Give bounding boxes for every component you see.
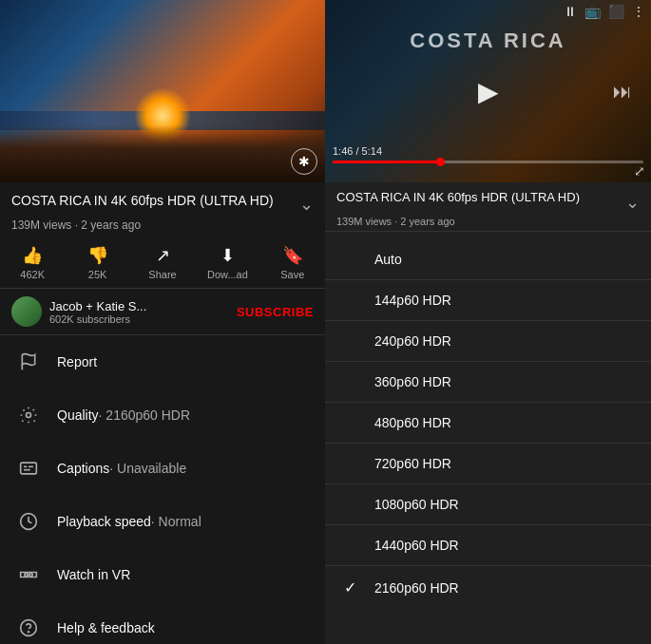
menu-captions-label: Captions· Unavailable [57,461,186,476]
quality-option-label: 360p60 HDR [374,374,451,389]
quality-item[interactable]: Auto [325,239,651,279]
svg-point-7 [25,573,28,576]
progress-fill [333,161,441,163]
quality-item[interactable]: ✓2160p60 HDR [325,566,651,609]
save-icon: 🔖 [282,245,303,266]
video-overlay-title: COSTA RICA [325,28,651,53]
subscribe-button[interactable]: SUBSCRIBE [237,305,314,319]
menu-item-captions[interactable]: Captions· Unavailable [0,442,325,495]
settings-icon[interactable]: ✱ [291,148,317,175]
play-button[interactable]: ▶ [468,70,509,112]
menu-item-playback[interactable]: Playback speed· Normal [0,495,325,548]
quality-check-icon: ✓ [344,578,367,597]
quality-item[interactable]: 1080p60 HDR [325,484,651,524]
right-video-title: COSTA RICA IN 4K 60fps HDR (ULTRA HD) [336,190,580,206]
cast-icon[interactable]: 📺 [584,4,601,19]
right-video-meta: 139M views · 2 years ago [336,216,640,227]
like-button[interactable]: 👍 462K [0,245,65,280]
menu-report-label: Report [57,354,97,369]
video-thumbnail[interactable]: ✱ [0,0,325,182]
download-label: Dow...ad [207,269,248,280]
quality-option-label: 1080p60 HDR [374,497,459,512]
quality-item[interactable]: 480p60 HDR [325,403,651,443]
menu-item-vr[interactable]: Watch in VR [0,548,325,601]
progress-bar-area: 1:46 / 5:14 [325,145,651,163]
menu-list: Report Quality· 2160p60 HDR [0,335,325,644]
menu-quality-label: Quality· 2160p60 HDR [57,407,190,423]
help-icon [15,615,42,641]
quality-icon [15,402,42,428]
video-info: COSTA RICA IN 4K 60fps HDR (ULTRA HD) ⌄ … [0,182,325,237]
channel-name: Jacob + Katie S... [49,299,237,313]
left-panel: ✱ COSTA RICA IN 4K 60fps HDR (ULTRA HD) … [0,0,325,644]
video-title: COSTA RICA IN 4K 60fps HDR (ULTRA HD) [11,192,292,209]
more-icon[interactable]: ⋮ [632,4,645,19]
vr-icon [15,561,42,588]
playback-speed-icon [15,508,42,535]
skip-icon[interactable]: ⏭ [613,81,632,103]
quality-item[interactable]: 720p60 HDR [325,444,651,483]
menu-item-report[interactable]: Report [0,335,325,388]
download-icon: ⬇ [220,245,235,266]
fullscreen-button[interactable]: ⤢ [634,163,645,179]
quality-option-label: 480p60 HDR [374,415,451,430]
channel-row: Jacob + Katie S... 602K subscribers SUBS… [0,289,325,335]
dislike-icon: 👎 [87,245,108,266]
like-count: 462K [20,269,45,280]
pause-icon[interactable]: ⏸ [564,4,577,19]
time-total: 5:14 [362,145,382,157]
quality-option-label: 2160p60 HDR [374,580,459,596]
right-panel: ⏸ 📺 ⬛ ⋮ COSTA RICA ▶ ⏭ 1:46 / 5:14 ⤢ [325,0,651,644]
quality-item[interactable]: 240p60 HDR [325,321,651,361]
quality-item[interactable]: 360p60 HDR [325,362,651,402]
time-display: 1:46 / 5:14 [333,145,643,157]
channel-avatar[interactable] [11,296,42,327]
captions-icon [15,455,42,482]
save-button[interactable]: 🔖 Save [260,245,325,280]
quality-option-label: 240p60 HDR [374,333,451,349]
dislike-count: 25K [88,269,107,280]
quality-option-label: 1440p60 HDR [374,538,459,553]
subtitles-icon[interactable]: ⬛ [608,4,624,19]
video-player[interactable]: ⏸ 📺 ⬛ ⋮ COSTA RICA ▶ ⏭ 1:46 / 5:14 ⤢ [325,0,651,182]
action-bar: 👍 462K 👎 25K ↗ Share ⬇ Dow...ad 🔖 Save [0,237,325,289]
share-label: Share [148,269,176,280]
save-label: Save [280,269,304,280]
right-chevron-down-icon[interactable]: ⌄ [625,192,640,213]
download-button[interactable]: ⬇ Dow...ad [195,245,259,280]
svg-rect-2 [21,463,37,474]
menu-item-help[interactable]: Help & feedback [0,601,325,644]
channel-info: Jacob + Katie S... 602K subscribers [49,299,237,325]
quality-item[interactable]: 144p60 HDR [325,280,651,320]
chevron-down-icon[interactable]: ⌄ [299,194,314,215]
quality-menu: Auto144p60 HDR240p60 HDR360p60 HDR480p60… [325,232,651,644]
share-icon: ↗ [156,245,170,266]
menu-item-quality[interactable]: Quality· 2160p60 HDR [0,388,325,442]
svg-point-8 [29,573,32,576]
share-button[interactable]: ↗ Share [130,245,195,280]
quality-option-label: Auto [374,252,402,267]
menu-playback-label: Playback speed· Normal [57,514,201,529]
quality-option-label: 720p60 HDR [374,456,451,471]
time-current: 1:46 [333,145,353,157]
progress-track[interactable] [333,161,643,163]
channel-subs: 602K subscribers [49,313,237,325]
quality-item[interactable]: 1440p60 HDR [325,525,651,565]
video-meta: 139M views · 2 years ago [11,218,314,232]
svg-point-1 [27,413,31,418]
right-video-info: COSTA RICA IN 4K 60fps HDR (ULTRA HD) ⌄ … [325,182,651,232]
flag-icon [15,349,42,375]
quality-option-label: 144p60 HDR [374,293,451,308]
player-top-bar: ⏸ 📺 ⬛ ⋮ [325,0,651,23]
dislike-button[interactable]: 👎 25K [65,245,129,280]
menu-help-label: Help & feedback [57,620,155,635]
like-icon: 👍 [22,245,43,266]
menu-vr-label: Watch in VR [57,567,130,582]
